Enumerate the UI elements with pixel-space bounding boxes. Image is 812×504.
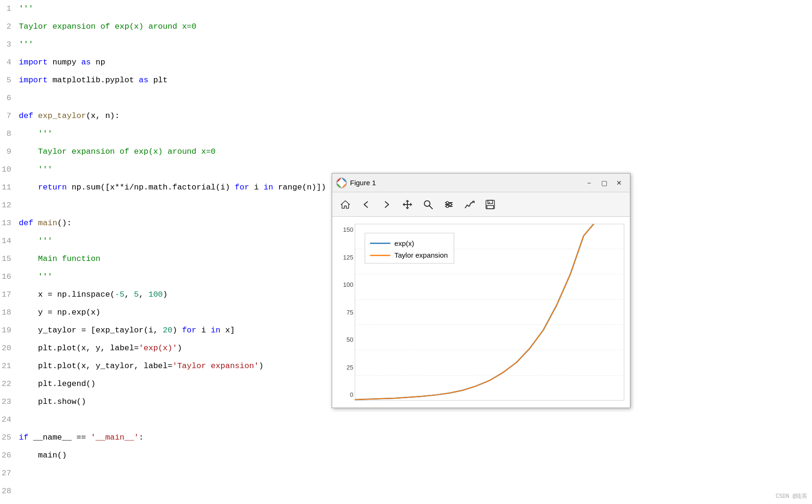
code-line: 4import numpy as np xyxy=(0,54,812,71)
y-tick-125: 125 xyxy=(343,254,353,261)
line-content: Taylor expansion of exp(x) around x=0 xyxy=(19,143,215,161)
svg-marker-2 xyxy=(341,201,350,208)
code-line: 3''' xyxy=(0,36,812,54)
save-toolbar-button[interactable] xyxy=(481,195,500,214)
figure-canvas: 150 125 100 75 50 25 0 xyxy=(332,217,630,408)
svg-line-6 xyxy=(429,205,432,209)
line-number: 13 xyxy=(0,214,19,232)
line-content: plt.plot(x, y, label='exp(x)') xyxy=(19,339,182,357)
chart-svg: exp(x) Taylor expansion xyxy=(355,224,624,401)
line-number: 10 xyxy=(0,161,19,179)
line-content xyxy=(19,465,24,482)
y-tick-25: 25 xyxy=(347,364,353,371)
line-content: ''' xyxy=(19,36,33,54)
zoom-toolbar-button[interactable] xyxy=(419,195,438,214)
code-line: 7def exp_taylor(x, n): xyxy=(0,107,812,125)
edit-curves-icon xyxy=(464,199,475,210)
line-content: plt.plot(x, y_taylor, label='Taylor expa… xyxy=(19,357,263,375)
line-number: 20 xyxy=(0,339,19,357)
code-line: 9 Taylor expansion of exp(x) around x=0 xyxy=(0,143,812,161)
minimize-button[interactable]: − xyxy=(582,177,596,189)
save-icon xyxy=(485,199,495,210)
line-number: 8 xyxy=(0,125,19,143)
code-line: 26 main() xyxy=(0,447,812,465)
line-number: 6 xyxy=(0,89,19,107)
line-content: Taylor expansion of exp(x) around x=0 xyxy=(19,18,196,36)
code-line: 25if __name__ == '__main__': xyxy=(0,429,812,447)
y-tick-150: 150 xyxy=(343,226,353,233)
line-content: def main(): xyxy=(19,214,72,232)
svg-text:exp(x): exp(x) xyxy=(394,240,414,247)
close-button[interactable]: ✕ xyxy=(612,177,626,189)
line-content: import numpy as np xyxy=(19,54,105,71)
line-number: 12 xyxy=(0,197,19,214)
y-tick-0: 0 xyxy=(350,391,353,398)
line-content: if __name__ == '__main__': xyxy=(19,429,143,447)
svg-rect-15 xyxy=(487,205,494,209)
line-number: 18 xyxy=(0,304,19,322)
figure-window: Figure 1 − ▢ ✕ xyxy=(332,173,630,408)
line-number: 1 xyxy=(0,0,19,18)
line-number: 5 xyxy=(0,71,19,89)
y-tick-50: 50 xyxy=(347,336,353,343)
figure-title-left: Figure 1 xyxy=(336,177,376,189)
zoom-icon xyxy=(423,199,433,210)
line-number: 14 xyxy=(0,232,19,250)
line-number: 27 xyxy=(0,465,19,482)
line-content: def exp_taylor(x, n): xyxy=(19,107,119,125)
edit-toolbar-button[interactable] xyxy=(460,195,479,214)
forward-toolbar-button[interactable] xyxy=(377,195,396,214)
line-content: ''' xyxy=(19,161,52,179)
line-content: x = np.linspace(-5, 5, 100) xyxy=(19,286,167,304)
maximize-button[interactable]: ▢ xyxy=(597,177,611,189)
line-content: plt.show() xyxy=(19,393,86,411)
line-number: 3 xyxy=(0,36,19,54)
line-number: 9 xyxy=(0,143,19,161)
code-line: 8 ''' xyxy=(0,125,812,143)
code-line: 27 xyxy=(0,465,812,482)
line-number: 17 xyxy=(0,286,19,304)
line-content: y_taylor = [exp_taylor(i, 20) for i in x… xyxy=(19,322,235,339)
code-line: 2Taylor expansion of exp(x) around x=0 xyxy=(0,18,812,36)
line-number: 23 xyxy=(0,393,19,411)
figure-title: Figure 1 xyxy=(350,179,376,187)
line-content xyxy=(19,89,24,107)
configure-icon xyxy=(444,199,454,210)
code-line: 24 xyxy=(0,411,812,429)
line-number: 7 xyxy=(0,107,19,125)
figure-toolbar xyxy=(332,192,630,217)
configure-toolbar-button[interactable] xyxy=(439,195,458,214)
back-toolbar-button[interactable] xyxy=(357,195,375,214)
y-tick-100: 100 xyxy=(343,281,353,288)
svg-point-12 xyxy=(446,205,449,207)
line-content: main() xyxy=(19,447,67,465)
svg-point-1 xyxy=(340,181,343,185)
line-number: 4 xyxy=(0,54,19,71)
line-number: 11 xyxy=(0,179,19,197)
pan-toolbar-button[interactable] xyxy=(398,195,417,214)
line-number: 16 xyxy=(0,268,19,286)
line-content: ''' xyxy=(19,0,33,18)
svg-point-10 xyxy=(446,201,449,204)
home-toolbar-button[interactable] xyxy=(336,195,355,214)
code-line: 28 xyxy=(0,482,812,500)
line-content: ''' xyxy=(19,232,52,250)
svg-point-11 xyxy=(449,203,452,205)
code-line: 5import matplotlib.pyplot as plt xyxy=(0,71,812,89)
line-number: 22 xyxy=(0,375,19,393)
line-number: 25 xyxy=(0,429,19,447)
line-content: Main function xyxy=(19,250,100,268)
watermark: CSDN @陆英 xyxy=(776,492,807,500)
matplotlib-icon xyxy=(336,177,347,189)
line-content: plt.legend() xyxy=(19,375,96,393)
line-content xyxy=(19,482,24,500)
pan-icon xyxy=(402,199,413,210)
line-number: 28 xyxy=(0,482,19,500)
line-content xyxy=(19,197,24,214)
line-content: return np.sum([x**i/np.math.factorial(i)… xyxy=(19,179,326,197)
line-number: 24 xyxy=(0,411,19,429)
code-line: 1''' xyxy=(0,0,812,18)
home-icon xyxy=(340,199,350,210)
figure-titlebar: Figure 1 − ▢ ✕ xyxy=(332,173,630,192)
line-content: import matplotlib.pyplot as plt xyxy=(19,71,167,89)
